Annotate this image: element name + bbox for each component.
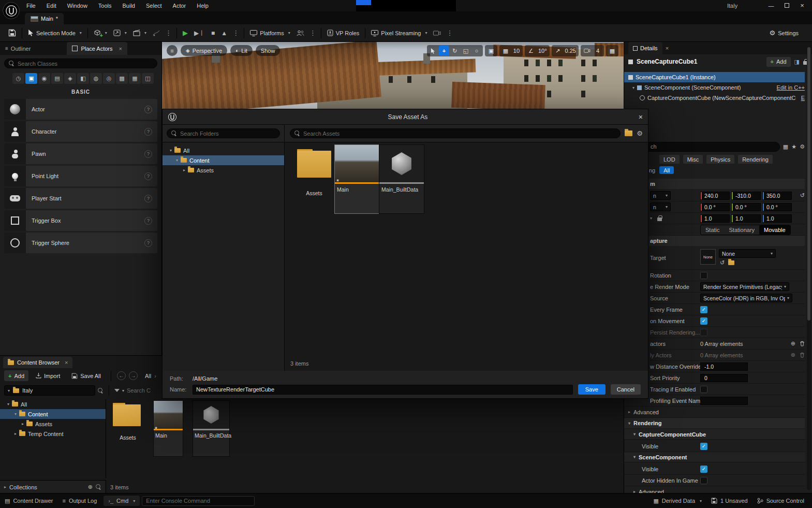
category-geometry-icon[interactable]: ◧ <box>77 73 89 84</box>
filter-dropdown[interactable]: ▾ <box>114 388 124 393</box>
mobility-movable[interactable]: Movable <box>759 225 790 235</box>
place-actor-item-actor[interactable]: Actor ? <box>4 99 157 120</box>
actor-hidden-in-game-checkbox[interactable] <box>700 477 707 484</box>
help-icon[interactable]: ? <box>144 150 152 158</box>
location-x-field[interactable]: 240.0 <box>700 192 730 200</box>
scale-lock-icon[interactable] <box>657 217 662 221</box>
component-row-scene-component[interactable]: ▾ SceneComponent (SceneComponent) Edit i… <box>624 82 805 93</box>
platforms-dropdown[interactable]: Platforms ▾ <box>247 27 293 39</box>
display-mode-icon[interactable]: ▦ <box>783 143 788 150</box>
capture-component-subheader[interactable]: ▾CaptureComponentCube <box>624 429 805 440</box>
unsaved-button[interactable]: 1 Unsaved <box>706 494 752 508</box>
favorites-icon[interactable]: ★ <box>791 143 796 150</box>
grid-snap-value[interactable]: 10 <box>511 46 522 56</box>
search-folders-input[interactable] <box>167 128 280 138</box>
menu-file[interactable]: File <box>26 1 36 11</box>
close-dialog-icon[interactable]: × <box>639 113 643 121</box>
component-row-capture-component[interactable]: CaptureComponentCube (NewSceneCaptureCom… <box>624 93 805 103</box>
multi-user-options-icon[interactable]: ⋮ <box>307 29 318 37</box>
visible-checkbox[interactable] <box>700 466 707 473</box>
dialog-tree-item-content[interactable]: ▾ Content <box>163 155 284 165</box>
save-button[interactable] <box>5 27 19 39</box>
play-button[interactable]: ▶ <box>180 27 191 39</box>
rotation-space-dropdown[interactable]: n▾ <box>650 202 671 211</box>
max-view-distance-field[interactable]: -1.0 <box>700 362 748 371</box>
dialog-asset-tile-main[interactable]: * Main <box>334 144 380 214</box>
camera-speed-value[interactable]: 4 <box>593 46 603 56</box>
tab-content-browser[interactable]: Content Browser × <box>3 357 72 368</box>
close-tab-icon[interactable]: × <box>119 46 122 52</box>
scale-snap-icon[interactable]: ↗ <box>553 46 563 56</box>
tab-main-level[interactable]: Main * <box>25 13 64 24</box>
toolbar-overflow-icon[interactable]: ⋮ <box>163 29 174 37</box>
ray-tracing-checkbox[interactable] <box>700 386 707 393</box>
rotation-snap-icon[interactable]: ∠ <box>526 46 536 56</box>
tab-outliner[interactable]: ≡ Outliner <box>0 46 36 52</box>
edit-link-truncated[interactable]: E <box>801 95 805 101</box>
maximize-button[interactable] <box>779 1 794 10</box>
pixel-streaming-dropdown[interactable]: Pixel Streaming ▾ <box>368 27 430 39</box>
scene-component-subheader[interactable]: ▾SceneComponent <box>624 452 805 462</box>
cmd-dropdown[interactable]: ›_ Cmd ▾ <box>104 496 140 506</box>
eject-button[interactable]: ▲ <box>218 27 230 39</box>
dialog-asset-tile-assets-folder[interactable]: Assets <box>292 147 336 196</box>
vp-roles-dropdown[interactable]: VP Roles <box>324 27 363 39</box>
forward-icon[interactable]: → <box>129 371 138 380</box>
help-icon[interactable]: ? <box>144 106 152 113</box>
search-classes-input[interactable] <box>4 59 157 68</box>
add-element-icon[interactable]: ⊕ <box>791 352 795 358</box>
scale-x-field[interactable]: 1.0 <box>700 214 730 223</box>
scale-tool-icon[interactable]: ◱ <box>461 46 471 56</box>
use-selected-asset-icon[interactable]: ↺ <box>720 259 725 266</box>
menu-help[interactable]: Help <box>196 1 209 11</box>
settings-dropdown[interactable]: ⚙ Settings <box>766 27 802 39</box>
save-dialog-button[interactable]: Save <box>578 384 606 395</box>
import-button[interactable]: Import <box>32 370 64 381</box>
location-y-field[interactable]: -310.0 <box>731 192 761 200</box>
add-button[interactable]: + Add <box>4 370 28 381</box>
category-character-icon[interactable]: ◍ <box>90 73 102 84</box>
view-mode-dropdown[interactable]: ◐ Lit <box>230 45 253 56</box>
capture-rotation-checkbox[interactable] <box>700 272 707 279</box>
filter-tab-all[interactable]: All <box>659 166 674 174</box>
location-z-field[interactable]: 350.0 <box>762 192 792 200</box>
add-component-button[interactable]: + Add <box>766 57 791 67</box>
content-drawer-button[interactable]: ▤ Content Drawer <box>0 494 57 508</box>
place-actor-item-player-start[interactable]: Player Start ? <box>4 188 157 209</box>
tree-item-temp-content[interactable]: ▸ Temp Content <box>0 429 106 439</box>
camera-speed-icon[interactable] <box>582 46 592 56</box>
visible-checkbox[interactable] <box>700 443 707 450</box>
filter-tab-rendering[interactable]: Rendering <box>738 155 773 164</box>
scale-y-field[interactable]: 1.0 <box>731 214 761 223</box>
menu-edit[interactable]: Edit <box>46 1 57 11</box>
editor-mode-dropdown[interactable]: Selection Mode ▾ <box>25 27 85 39</box>
rotation-z-field[interactable]: 0.0 ° <box>762 203 792 211</box>
close-button[interactable]: × <box>794 1 810 10</box>
help-icon[interactable]: ? <box>144 239 152 247</box>
help-icon[interactable]: ? <box>144 217 152 225</box>
browse-to-asset-icon[interactable] <box>728 260 734 265</box>
profiling-event-name-field[interactable] <box>700 397 748 405</box>
help-icon[interactable]: ? <box>144 128 152 136</box>
asset-tile-main[interactable]: * Main <box>153 400 183 457</box>
rotation-x-field[interactable]: 0.0 ° <box>700 203 730 211</box>
category-all-classes-icon[interactable]: ▦ <box>129 73 141 84</box>
play-options-icon[interactable]: ⋮ <box>230 29 241 37</box>
advanced-expander[interactable]: ▸Advanced <box>624 407 805 418</box>
menu-build[interactable]: Build <box>122 1 136 11</box>
place-actor-item-trigger-box[interactable]: Trigger Box ? <box>4 210 157 231</box>
capture-on-movement-checkbox[interactable] <box>700 317 707 325</box>
add-collection-icon[interactable]: ⊕ <box>88 484 93 490</box>
persist-rendering-checkbox[interactable] <box>700 329 707 336</box>
surface-snap-icon[interactable]: ▣ <box>486 46 496 56</box>
edit-in-cpp-link[interactable]: Edit in C++ <box>777 84 805 91</box>
camera-options-icon[interactable]: ⋮ <box>444 29 455 37</box>
filter-tab-partial[interactable]: ng <box>649 167 655 173</box>
capture-source-dropdown[interactable]: SceneColor (HDR) in RGB, Inv Opacity▾ <box>700 294 792 302</box>
add-actor-button[interactable]: + ▾ <box>91 27 110 39</box>
filter-to-folder-icon[interactable] <box>625 130 632 136</box>
details-settings-icon[interactable]: ⚙ <box>800 143 805 150</box>
asset-tile-assets-folder[interactable]: Assets <box>113 400 143 441</box>
tree-item-content[interactable]: ▾ Content <box>0 409 106 419</box>
menu-window[interactable]: Window <box>67 1 88 11</box>
